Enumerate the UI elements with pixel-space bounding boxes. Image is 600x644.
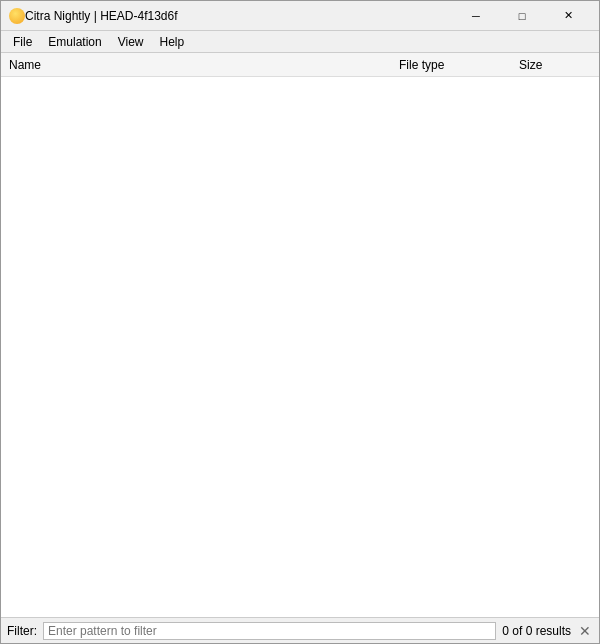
column-header-name: Name (1, 58, 399, 72)
status-bar: Filter: 0 of 0 results ✕ (1, 617, 599, 643)
column-header-size: Size (519, 58, 599, 72)
menu-bar: File Emulation View Help (1, 31, 599, 53)
content-area: Name File type Size (1, 53, 599, 617)
window-controls: ─ □ ✕ (453, 1, 591, 31)
close-button[interactable]: ✕ (545, 1, 591, 31)
menu-emulation[interactable]: Emulation (40, 31, 109, 52)
clear-filter-button[interactable]: ✕ (577, 623, 593, 639)
results-count: 0 of 0 results (502, 624, 571, 638)
column-header-filetype: File type (399, 58, 519, 72)
game-list (1, 77, 599, 617)
menu-file[interactable]: File (5, 31, 40, 52)
window-title: Citra Nightly | HEAD-4f13d6f (25, 9, 453, 23)
menu-help[interactable]: Help (152, 31, 193, 52)
filter-input[interactable] (43, 622, 496, 640)
title-bar: Citra Nightly | HEAD-4f13d6f ─ □ ✕ (1, 1, 599, 31)
menu-view[interactable]: View (110, 31, 152, 52)
column-headers: Name File type Size (1, 53, 599, 77)
app-icon (9, 8, 25, 24)
minimize-button[interactable]: ─ (453, 1, 499, 31)
filter-label: Filter: (7, 624, 37, 638)
main-window: Citra Nightly | HEAD-4f13d6f ─ □ ✕ File … (0, 0, 600, 644)
maximize-button[interactable]: □ (499, 1, 545, 31)
